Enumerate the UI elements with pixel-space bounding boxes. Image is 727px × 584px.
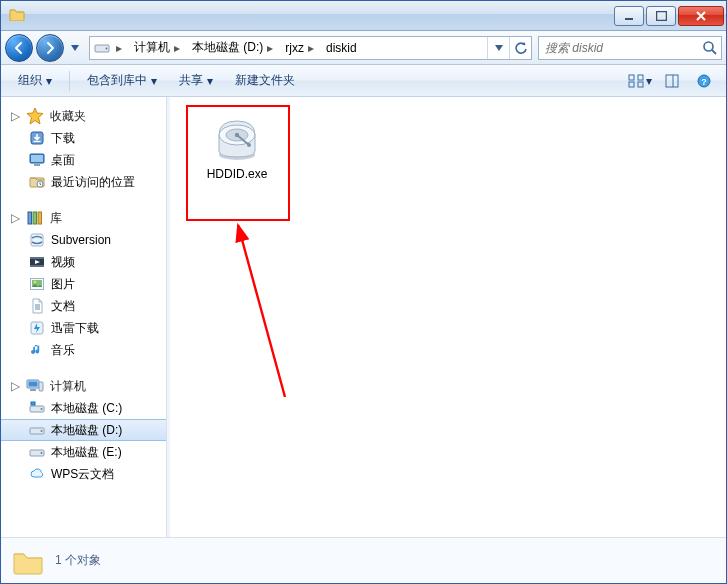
node-label: WPS云文档 [51, 466, 114, 483]
music-icon [29, 342, 45, 358]
drive-icon [29, 422, 45, 438]
sidebar-item-wps-cloud[interactable]: WPS云文档 [1, 463, 166, 485]
sidebar-item-video[interactable]: 视频 [1, 251, 166, 273]
maximize-button[interactable] [646, 6, 676, 26]
sidebar-item-recent[interactable]: 最近访问的位置 [1, 171, 166, 193]
svg-point-50 [247, 143, 251, 147]
favorites-group: ▷ 收藏夹 下载 桌面 [1, 105, 166, 193]
sidebar-item-drive-c[interactable]: 本地磁盘 (C:) [1, 397, 166, 419]
svg-rect-1 [656, 11, 666, 20]
xunlei-icon [29, 320, 45, 336]
computer-icon [26, 377, 44, 395]
organize-button[interactable]: 组织 ▾ [9, 69, 61, 93]
search-box[interactable] [538, 36, 722, 60]
node-label: 视频 [51, 254, 75, 271]
sidebar-item-music[interactable]: 音乐 [1, 339, 166, 361]
node-label: 图片 [51, 276, 75, 293]
svg-rect-26 [30, 257, 44, 259]
address-bar[interactable]: ▸ 计算机 ▸ 本地磁盘 (D:) ▸ rjxz ▸ diskid [89, 36, 532, 60]
preview-pane-button[interactable] [658, 69, 686, 93]
libraries-header[interactable]: ▷ 库 [1, 207, 166, 229]
svg-rect-6 [629, 75, 634, 80]
disclosure-icon: ▷ [11, 211, 20, 225]
forward-button[interactable] [36, 34, 64, 62]
libraries-group: ▷ 库 Subversion 视频 [1, 207, 166, 361]
address-dropdown[interactable] [487, 37, 509, 59]
desktop-icon [29, 152, 45, 168]
disclosure-icon: ▷ [11, 109, 20, 123]
minimize-button[interactable] [614, 6, 644, 26]
content-pane[interactable]: HDDID.exe [170, 97, 726, 537]
status-count: 1 个对象 [55, 552, 101, 569]
node-label: 下载 [51, 130, 75, 147]
libraries-label: 库 [50, 210, 62, 227]
breadcrumb-folder-rjxz[interactable]: rjxz ▸ [279, 37, 320, 59]
view-options-button[interactable]: ▾ [626, 69, 654, 93]
svg-rect-36 [29, 382, 38, 387]
share-button[interactable]: 共享 ▾ [170, 69, 222, 93]
breadcrumb-drive[interactable]: 本地磁盘 (D:) ▸ [186, 37, 279, 59]
folder-large-icon [11, 544, 45, 578]
chevron-down-icon: ▾ [46, 74, 52, 88]
sidebar-item-desktop[interactable]: 桌面 [1, 149, 166, 171]
computer-group: ▷ 计算机 本地磁盘 (C:) 本地磁盘 (D:) [1, 375, 166, 485]
svg-rect-0 [625, 18, 633, 20]
include-in-library-button[interactable]: 包含到库中 ▾ [78, 69, 166, 93]
svg-rect-7 [638, 75, 643, 80]
help-button[interactable]: ? [690, 69, 718, 93]
new-folder-button[interactable]: 新建文件夹 [226, 69, 304, 93]
svg-rect-9 [638, 82, 643, 87]
sidebar-item-downloads[interactable]: 下载 [1, 127, 166, 149]
history-dropdown[interactable] [67, 38, 83, 58]
refresh-button[interactable] [509, 37, 531, 59]
chevron-down-icon: ▾ [646, 74, 652, 88]
sidebar-item-xunlei[interactable]: 迅雷下载 [1, 317, 166, 339]
search-icon [702, 40, 718, 56]
folder-icon [9, 7, 25, 21]
cloud-icon [29, 466, 45, 482]
breadcrumb-label: 本地磁盘 (D:) [192, 39, 263, 56]
download-icon [29, 130, 45, 146]
node-label: 本地磁盘 (C:) [51, 400, 122, 417]
command-bar: 组织 ▾ 包含到库中 ▾ 共享 ▾ 新建文件夹 ▾ ? [1, 65, 726, 97]
svg-line-51 [238, 225, 285, 397]
navigation-pane[interactable]: ▷ 收藏夹 下载 桌面 [1, 97, 167, 537]
close-button[interactable] [678, 6, 724, 26]
include-label: 包含到库中 [87, 72, 147, 89]
svg-point-43 [41, 430, 43, 432]
svg-rect-21 [28, 212, 32, 224]
favorites-label: 收藏夹 [50, 108, 86, 125]
breadcrumb-folder-diskid[interactable]: diskid [320, 37, 363, 59]
drive-icon [94, 40, 110, 56]
file-item-hddid[interactable]: HDDID.exe [194, 111, 280, 186]
video-icon [29, 254, 45, 270]
svg-rect-18 [34, 164, 40, 166]
favorites-header[interactable]: ▷ 收藏夹 [1, 105, 166, 127]
sidebar-item-drive-e[interactable]: 本地磁盘 (E:) [1, 441, 166, 463]
computer-header[interactable]: ▷ 计算机 [1, 375, 166, 397]
sidebar-item-picture[interactable]: 图片 [1, 273, 166, 295]
sidebar-item-subversion[interactable]: Subversion [1, 229, 166, 251]
back-button[interactable] [5, 34, 33, 62]
breadcrumb-root-arrow[interactable]: ▸ [110, 37, 128, 59]
chevron-down-icon: ▾ [207, 74, 213, 88]
recent-icon [29, 174, 45, 190]
details-bar: 1 个对象 [1, 537, 726, 583]
chevron-down-icon: ▾ [151, 74, 157, 88]
sidebar-item-document[interactable]: 文档 [1, 295, 166, 317]
subversion-icon [29, 232, 45, 248]
node-label: 本地磁盘 (D:) [51, 422, 122, 439]
title-bar [1, 1, 726, 31]
svg-point-3 [106, 47, 108, 49]
sidebar-item-drive-d[interactable]: 本地磁盘 (D:) [1, 419, 166, 441]
breadcrumb-label: 计算机 [134, 39, 170, 56]
explorer-window: ▸ 计算机 ▸ 本地磁盘 (D:) ▸ rjxz ▸ diskid [0, 0, 727, 584]
svg-rect-37 [30, 389, 36, 391]
search-input[interactable] [543, 40, 698, 56]
nav-bar: ▸ 计算机 ▸ 本地磁盘 (D:) ▸ rjxz ▸ diskid [1, 31, 726, 65]
svg-text:?: ? [701, 76, 707, 86]
disclosure-icon: ▷ [11, 379, 20, 393]
main-body: ▷ 收藏夹 下载 桌面 [1, 97, 726, 537]
breadcrumb-computer[interactable]: 计算机 ▸ [128, 37, 186, 59]
svg-rect-10 [666, 75, 678, 87]
